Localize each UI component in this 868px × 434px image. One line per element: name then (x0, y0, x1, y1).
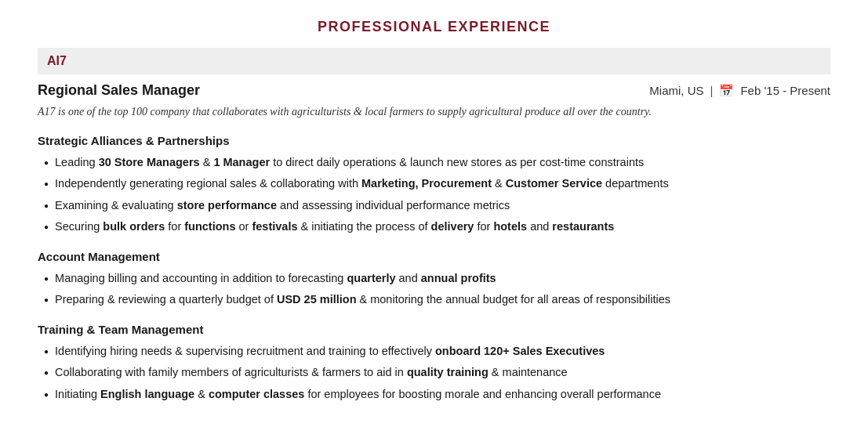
company-name: AI7 (47, 54, 67, 67)
resume-page: PROFESSIONAL EXPERIENCE AI7 Regional Sal… (0, 0, 868, 434)
job-date-range: Feb '15 - Present (740, 84, 830, 97)
list-item: Securing bulk orders for functions or fe… (44, 218, 830, 235)
list-item: Collaborating with family members of agr… (44, 363, 830, 381)
list-item: Independently generating regional sales … (44, 175, 830, 192)
list-item: Identifying hiring needs & supervising r… (44, 342, 830, 360)
subsection-account: Account Management Managing billing and … (38, 250, 830, 309)
company-header: AI7 (38, 48, 830, 74)
subsection-title-strategic: Strategic Alliances & Partnerships (38, 134, 830, 147)
subsection-strategic: Strategic Alliances & Partnerships Leadi… (38, 134, 830, 236)
list-item: Leading 30 Store Managers & 1 Manager to… (44, 154, 830, 171)
subsection-training: Training & Team Management Identifying h… (38, 323, 830, 403)
company-description: A17 is one of the top 100 company that c… (38, 103, 830, 120)
calendar-icon: 📅 (719, 84, 734, 98)
bullet-list-training: Identifying hiring needs & supervising r… (38, 342, 830, 403)
list-item: Managing billing and accounting in addit… (44, 269, 830, 287)
job-title: Regional Sales Manager (38, 82, 200, 99)
list-item: Preparing & reviewing a quarterly budget… (44, 291, 830, 308)
section-title: PROFESSIONAL EXPERIENCE (38, 19, 830, 35)
bullet-list-account: Managing billing and accounting in addit… (38, 269, 830, 309)
bullet-list-strategic: Leading 30 Store Managers & 1 Manager to… (38, 154, 830, 236)
job-header: Regional Sales Manager Miami, US | 📅 Feb… (38, 82, 830, 99)
list-item: Examining & evaluating store performance… (44, 197, 830, 214)
subsection-title-account: Account Management (38, 250, 830, 263)
list-item: Initiating English language & computer c… (44, 385, 830, 403)
subsection-title-training: Training & Team Management (38, 323, 830, 336)
meta-separator: | (710, 84, 714, 97)
job-location: Miami, US (649, 84, 703, 97)
job-meta: Miami, US | 📅 Feb '15 - Present (649, 84, 830, 98)
